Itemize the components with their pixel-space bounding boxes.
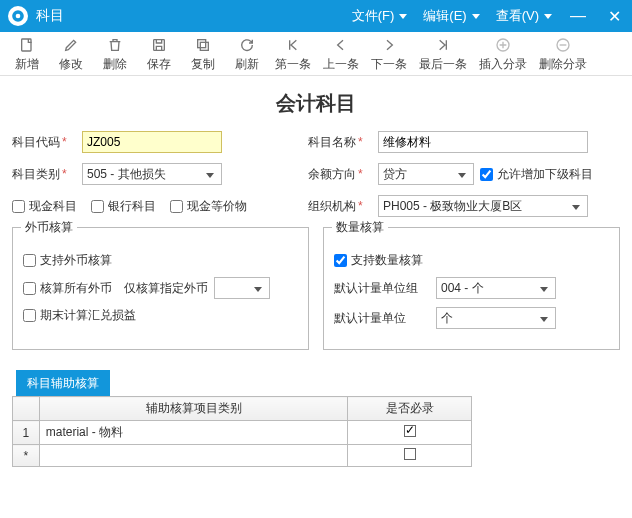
aux-tab[interactable]: 科目辅助核算 (16, 370, 110, 396)
chevron-down-icon (569, 199, 583, 213)
col-category: 辅助核算项目类别 (39, 397, 348, 421)
only-specified-label: 仅核算指定外币 (124, 280, 208, 297)
org-select[interactable]: PH005 - 极致物业大厦B区 (378, 195, 588, 217)
default-group-select[interactable]: 004 - 个 (436, 277, 556, 299)
new-icon (19, 36, 35, 54)
minimize-button[interactable]: — (560, 7, 596, 25)
checkbox-checked-icon (404, 425, 416, 437)
edit-icon (63, 36, 79, 54)
svg-rect-5 (198, 40, 206, 48)
allow-child-checkbox[interactable]: 允许增加下级科目 (480, 166, 593, 183)
refresh-icon (239, 36, 255, 54)
chevron-down-icon (537, 311, 551, 325)
minus-circle-icon (555, 36, 571, 54)
menu-view[interactable]: 查看(V) (488, 7, 560, 25)
save-button[interactable]: 保存 (138, 36, 180, 73)
last-icon (435, 36, 451, 54)
chevron-down-icon (455, 167, 469, 181)
menu-file[interactable]: 文件(F) (344, 7, 416, 25)
svg-rect-4 (200, 42, 208, 50)
col-required: 是否必录 (348, 397, 472, 421)
code-label: 科目代码* (12, 134, 76, 151)
close-button[interactable]: ✕ (596, 7, 632, 26)
copy-button[interactable]: 复制 (182, 36, 224, 73)
qty-legend: 数量核算 (332, 219, 388, 236)
chevron-down-icon (203, 167, 217, 181)
forex-group: 外币核算 支持外币核算 核算所有外币 仅核算指定外币 期末计算汇兑损益 (12, 227, 309, 350)
support-forex-checkbox[interactable]: 支持外币核算 (23, 252, 112, 269)
bank-checkbox[interactable]: 银行科目 (91, 198, 156, 215)
default-group-label: 默认计量单位组 (334, 280, 430, 297)
period-end-calc-checkbox[interactable]: 期末计算汇兑损益 (23, 307, 136, 324)
cell-required[interactable] (348, 421, 472, 445)
cash-equiv-checkbox[interactable]: 现金等价物 (170, 198, 247, 215)
first-icon (285, 36, 301, 54)
cash-checkbox[interactable]: 现金科目 (12, 198, 77, 215)
edit-button[interactable]: 修改 (50, 36, 92, 73)
name-input[interactable] (378, 131, 588, 153)
name-label: 科目名称* (308, 134, 372, 151)
aux-grid: 辅助核算项目类别 是否必录 1 material - 物料 * (12, 396, 472, 467)
default-unit-label: 默认计量单位 (334, 310, 430, 327)
page-title: 会计科目 (12, 90, 620, 117)
only-specified-select[interactable] (214, 277, 270, 299)
table-row[interactable]: 1 material - 物料 (13, 421, 472, 445)
next-icon (381, 36, 397, 54)
svg-rect-2 (22, 39, 31, 51)
grid-corner (13, 397, 40, 421)
plus-circle-icon (495, 36, 511, 54)
support-qty-checkbox[interactable]: 支持数量核算 (334, 252, 423, 269)
aux-section: 科目辅助核算 辅助核算项目类别 是否必录 1 material - 物料 * (12, 370, 620, 467)
balance-dir-select[interactable]: 贷方 (378, 163, 474, 185)
delete-entry-button[interactable]: 删除分录 (534, 36, 592, 73)
copy-icon (195, 36, 211, 54)
all-forex-checkbox[interactable]: 核算所有外币 (23, 280, 112, 297)
org-label: 组织机构* (308, 198, 372, 215)
app-icon (8, 6, 28, 26)
delete-button[interactable]: 删除 (94, 36, 136, 73)
qty-group: 数量核算 支持数量核算 默认计量单位组 004 - 个 默认计量单位 个 (323, 227, 620, 350)
last-button[interactable]: 最后一条 (414, 36, 472, 73)
menu-edit[interactable]: 编辑(E) (415, 7, 487, 25)
first-button[interactable]: 第一条 (270, 36, 316, 73)
save-icon (151, 36, 167, 54)
trash-icon (107, 36, 123, 54)
prev-button[interactable]: 上一条 (318, 36, 364, 73)
cell-category[interactable] (39, 445, 348, 467)
next-button[interactable]: 下一条 (366, 36, 412, 73)
svg-rect-3 (154, 40, 165, 51)
new-button[interactable]: 新增 (6, 36, 48, 73)
toolbar: 新增 修改 删除 保存 复制 刷新 第一条 上一条 下一条 最后一条 插入分录 (0, 32, 632, 76)
title-bar: 科目 文件(F) 编辑(E) 查看(V) — ✕ (0, 0, 632, 32)
category-select[interactable]: 505 - 其他损失 (82, 163, 222, 185)
default-unit-select[interactable]: 个 (436, 307, 556, 329)
balance-dir-label: 余额方向* (308, 166, 372, 183)
code-input[interactable] (82, 131, 222, 153)
window-title: 科目 (36, 7, 64, 25)
cell-category[interactable]: material - 物料 (39, 421, 348, 445)
content-area: 会计科目 科目代码* 科目名称* 科目类别* 505 - 其他损失 余额方向* … (0, 76, 632, 467)
insert-entry-button[interactable]: 插入分录 (474, 36, 532, 73)
category-label: 科目类别* (12, 166, 76, 183)
svg-point-1 (16, 14, 21, 19)
prev-icon (333, 36, 349, 54)
checkbox-icon (404, 448, 416, 460)
chevron-down-icon (537, 281, 551, 295)
cell-required[interactable] (348, 445, 472, 467)
forex-legend: 外币核算 (21, 219, 77, 236)
chevron-down-icon (251, 281, 265, 295)
table-row-new[interactable]: * (13, 445, 472, 467)
refresh-button[interactable]: 刷新 (226, 36, 268, 73)
